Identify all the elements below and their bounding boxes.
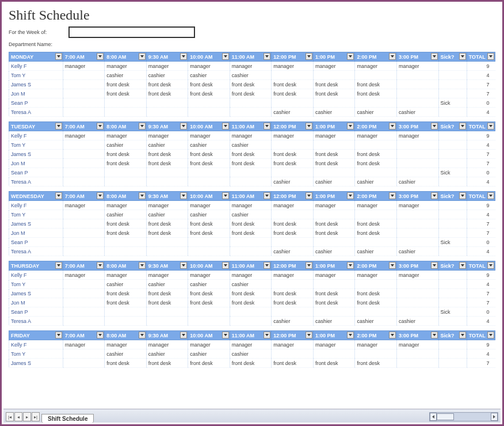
total-cell[interactable]: 0 bbox=[467, 98, 495, 108]
time-header[interactable]: 9:30 AM bbox=[146, 261, 188, 271]
total-cell[interactable]: 7 bbox=[467, 359, 495, 368]
shift-cell[interactable] bbox=[272, 168, 314, 177]
sheet-tab-active[interactable]: Shift Schedule bbox=[41, 414, 94, 423]
shift-cell[interactable] bbox=[63, 349, 105, 359]
filter-dropdown-icon[interactable] bbox=[459, 123, 466, 130]
total-cell[interactable]: 9 bbox=[467, 340, 495, 349]
shift-cell[interactable]: cashier bbox=[272, 108, 314, 117]
shift-cell[interactable] bbox=[63, 219, 105, 229]
filter-dropdown-icon[interactable] bbox=[306, 332, 312, 338]
shift-cell[interactable]: cashier bbox=[146, 210, 188, 219]
shift-cell[interactable]: front desk bbox=[313, 359, 355, 368]
time-header[interactable]: 10:00 AM bbox=[188, 52, 230, 62]
shift-cell[interactable]: manager bbox=[397, 131, 439, 140]
time-header[interactable]: 8:00 AM bbox=[105, 192, 147, 201]
filter-dropdown-icon[interactable] bbox=[431, 192, 438, 199]
total-cell[interactable]: 7 bbox=[467, 159, 495, 168]
shift-cell[interactable] bbox=[397, 159, 439, 168]
total-cell[interactable]: 9 bbox=[467, 271, 495, 280]
total-cell[interactable]: 9 bbox=[467, 131, 495, 140]
shift-cell[interactable]: manager bbox=[272, 340, 314, 349]
time-header[interactable]: 10:00 AM bbox=[188, 331, 230, 340]
shift-cell[interactable] bbox=[272, 71, 314, 80]
shift-cell[interactable] bbox=[397, 80, 439, 89]
shift-cell[interactable] bbox=[397, 349, 439, 359]
shift-cell[interactable] bbox=[313, 71, 355, 80]
shift-cell[interactable]: manager bbox=[272, 62, 314, 71]
filter-dropdown-icon[interactable] bbox=[97, 262, 104, 269]
shift-cell[interactable] bbox=[63, 159, 105, 168]
shift-cell[interactable]: front desk bbox=[146, 298, 188, 307]
total-cell[interactable]: 4 bbox=[467, 71, 495, 80]
filter-dropdown-icon[interactable] bbox=[180, 332, 187, 338]
filter-dropdown-icon[interactable] bbox=[55, 53, 62, 60]
sick-cell[interactable] bbox=[438, 229, 467, 238]
shift-cell[interactable] bbox=[146, 317, 188, 326]
shift-cell[interactable]: cashier bbox=[230, 71, 272, 80]
shift-cell[interactable] bbox=[146, 238, 188, 247]
employee-name[interactable]: James S bbox=[9, 219, 63, 229]
sick-header[interactable]: Sick? bbox=[438, 261, 467, 271]
sick-cell[interactable] bbox=[438, 210, 467, 219]
shift-cell[interactable]: manager bbox=[105, 340, 147, 349]
sick-header[interactable]: Sick? bbox=[438, 192, 467, 201]
shift-cell[interactable] bbox=[105, 177, 147, 187]
shift-cell[interactable]: cashier bbox=[397, 108, 439, 117]
shift-cell[interactable]: cashier bbox=[105, 280, 147, 289]
shift-cell[interactable]: manager bbox=[313, 201, 355, 210]
filter-dropdown-icon[interactable] bbox=[97, 332, 104, 338]
shift-cell[interactable]: manager bbox=[272, 131, 314, 140]
time-header[interactable]: 1:00 PM bbox=[313, 192, 355, 201]
shift-cell[interactable]: cashier bbox=[230, 349, 272, 359]
shift-cell[interactable] bbox=[188, 307, 230, 317]
scroll-thumb[interactable] bbox=[437, 413, 454, 420]
shift-cell[interactable]: cashier bbox=[230, 210, 272, 219]
filter-dropdown-icon[interactable] bbox=[264, 192, 270, 199]
employee-name[interactable]: Jon M bbox=[9, 298, 63, 307]
filter-dropdown-icon[interactable] bbox=[487, 192, 494, 199]
shift-cell[interactable] bbox=[397, 140, 439, 150]
shift-cell[interactable]: manager bbox=[146, 62, 188, 71]
next-sheet-button[interactable]: ▸ bbox=[23, 412, 31, 421]
time-header[interactable]: 2:00 PM bbox=[355, 192, 397, 201]
time-header[interactable]: 9:30 AM bbox=[146, 192, 188, 201]
shift-cell[interactable]: manager bbox=[230, 340, 272, 349]
employee-name[interactable]: Teresa A bbox=[9, 317, 63, 326]
shift-cell[interactable]: manager bbox=[313, 340, 355, 349]
first-sheet-button[interactable]: |◂ bbox=[6, 412, 14, 421]
filter-dropdown-icon[interactable] bbox=[97, 192, 104, 199]
time-header[interactable]: 11:00 AM bbox=[230, 122, 272, 131]
shift-cell[interactable] bbox=[397, 307, 439, 317]
time-header[interactable]: 12:00 PM bbox=[272, 261, 314, 271]
shift-cell[interactable] bbox=[63, 150, 105, 159]
filter-dropdown-icon[interactable] bbox=[180, 123, 187, 130]
sick-cell[interactable] bbox=[438, 271, 467, 280]
sick-cell[interactable] bbox=[438, 280, 467, 289]
shift-cell[interactable]: front desk bbox=[313, 89, 355, 98]
filter-dropdown-icon[interactable] bbox=[306, 123, 312, 130]
filter-dropdown-icon[interactable] bbox=[139, 262, 146, 269]
shift-cell[interactable]: front desk bbox=[146, 359, 188, 368]
employee-name[interactable]: Kelly F bbox=[9, 201, 63, 210]
employee-name[interactable]: James S bbox=[9, 80, 63, 89]
shift-cell[interactable] bbox=[397, 280, 439, 289]
employee-name[interactable]: Tom Y bbox=[9, 140, 63, 150]
shift-cell[interactable]: front desk bbox=[230, 289, 272, 298]
employee-name[interactable]: James S bbox=[9, 359, 63, 368]
shift-cell[interactable]: manager bbox=[355, 340, 397, 349]
shift-cell[interactable]: front desk bbox=[355, 359, 397, 368]
shift-cell[interactable] bbox=[397, 359, 439, 368]
shift-cell[interactable]: manager bbox=[146, 131, 188, 140]
shift-cell[interactable] bbox=[188, 98, 230, 108]
shift-cell[interactable]: front desk bbox=[105, 219, 147, 229]
shift-cell[interactable] bbox=[230, 307, 272, 317]
total-cell[interactable]: 7 bbox=[467, 229, 495, 238]
sick-cell[interactable] bbox=[438, 317, 467, 326]
sick-header[interactable]: Sick? bbox=[438, 122, 467, 131]
shift-cell[interactable]: front desk bbox=[105, 359, 147, 368]
shift-cell[interactable]: cashier bbox=[355, 317, 397, 326]
shift-cell[interactable] bbox=[63, 98, 105, 108]
time-header[interactable]: 8:00 AM bbox=[105, 122, 147, 131]
shift-cell[interactable] bbox=[272, 98, 314, 108]
shift-cell[interactable]: front desk bbox=[272, 289, 314, 298]
